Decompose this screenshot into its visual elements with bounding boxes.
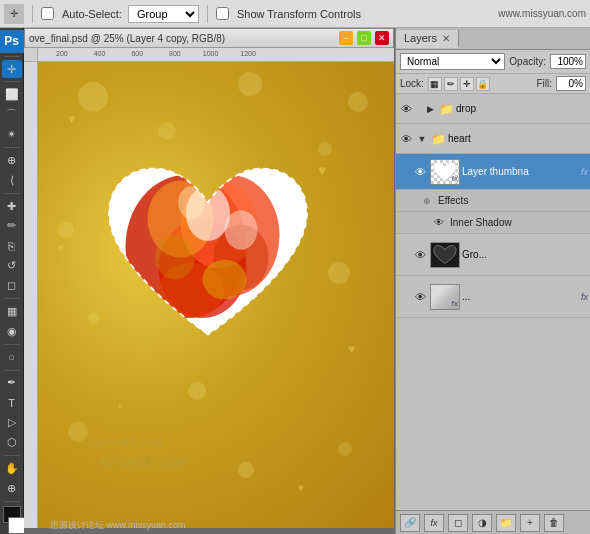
layer-name-gro: Gro... <box>462 249 588 260</box>
zoom-tool[interactable]: ⊕ <box>2 479 22 498</box>
canvas-area: ove_final.psd @ 25% (Layer 4 copy, RGB/8… <box>24 28 395 534</box>
svg-point-9 <box>178 186 204 219</box>
path-tool[interactable]: ▷ <box>2 413 22 432</box>
layers-tab[interactable]: Layers ✕ <box>396 30 459 48</box>
ruler-corner <box>24 48 38 62</box>
hand-tool[interactable]: ✋ <box>2 459 22 478</box>
top-toolbar: ✛ Auto-Select: Group Show Transform Cont… <box>0 0 590 28</box>
layer-item-drop[interactable]: 👁 ▶ 📁 drop <box>396 94 590 124</box>
text-tool[interactable]: T <box>2 393 22 412</box>
bokeh-heart: ♥ <box>318 162 326 178</box>
tool-sep-8 <box>4 455 20 456</box>
main-area: Ps ✛ ⬜ ⌒ ✴ ⊕ ⟨ ✚ ✏ ⎘ ↺ ◻ ▦ ◉ ○ ✒ T ▷ ⬡ ✋… <box>0 28 590 534</box>
group-btn[interactable]: 📁 <box>496 514 516 532</box>
layer-name-drop: drop <box>456 103 588 114</box>
auto-select-label: Auto-Select: <box>62 8 122 20</box>
auto-select-checkbox[interactable] <box>41 7 54 20</box>
history-tool[interactable]: ↺ <box>2 256 22 275</box>
layer-item-hand[interactable]: 👁 fx ... fx <box>396 276 590 318</box>
brush-tool[interactable]: ✏ <box>2 217 22 236</box>
tool-sep-6 <box>4 344 20 345</box>
eye-icon-hand[interactable]: 👁 <box>412 289 428 305</box>
bokeh-heart: ♥ <box>298 482 304 493</box>
mask-btn[interactable]: ◻ <box>448 514 468 532</box>
layers-tab-close[interactable]: ✕ <box>442 33 450 44</box>
layers-panel: Layers ✕ Normal Opacity: Lock: ▦ ✏ ✛ 🔒 F… <box>395 28 590 534</box>
heal-tool[interactable]: ✚ <box>2 197 22 216</box>
group-dropdown[interactable]: Group <box>128 5 199 23</box>
eyedrop-tool[interactable]: ⟨ <box>2 171 22 190</box>
lock-all-btn[interactable]: 🔒 <box>476 77 490 91</box>
fx-btn[interactable]: fx <box>424 514 444 532</box>
bokeh-dot <box>238 72 262 96</box>
shape-tool[interactable]: ⬡ <box>2 433 22 452</box>
watermark-top: www.missyuan.com <box>498 8 586 19</box>
magic-wand-tool[interactable]: ✴ <box>2 125 22 144</box>
eye-icon-thumb[interactable]: 👁 <box>412 164 428 180</box>
layer-name-thumbnail: Layer thumbna <box>462 166 579 177</box>
delete-layer-btn[interactable]: 🗑 <box>544 514 564 532</box>
watermark-canvas-2: ALFOART.COM <box>88 438 163 448</box>
lock-image-btn[interactable]: ✏ <box>444 77 458 91</box>
watermark-canvas: ALFOART.COM <box>98 456 187 468</box>
expand-drop[interactable]: ▶ <box>424 103 436 115</box>
eraser-tool[interactable]: ◻ <box>2 276 22 295</box>
eye-icon-gro[interactable]: 👁 <box>412 247 428 263</box>
bokeh-dot <box>348 92 368 112</box>
tool-sep-5 <box>4 298 20 299</box>
svg-point-11 <box>155 236 195 280</box>
layer-item-gro[interactable]: 👁 Gro... <box>396 234 590 276</box>
adjustment-btn[interactable]: ◑ <box>472 514 492 532</box>
folder-icon-heart: 📁 <box>430 131 446 147</box>
ruler-horizontal: 200 400 600 800 1000 1200 <box>38 48 394 62</box>
bokeh-dot <box>188 382 206 400</box>
blend-mode-select[interactable]: Normal <box>400 53 505 70</box>
lasso-tool[interactable]: ⌒ <box>2 105 22 124</box>
effects-icon: ⊕ <box>420 194 434 208</box>
gradient-tool[interactable]: ▦ <box>2 302 22 321</box>
dodge-tool[interactable]: ○ <box>2 348 22 367</box>
marquee-tool[interactable]: ⬜ <box>2 85 22 104</box>
bokeh-heart: ♥ <box>118 402 123 411</box>
blur-tool[interactable]: ◉ <box>2 322 22 341</box>
svg-point-10 <box>203 260 247 300</box>
expand-heart[interactable]: ▼ <box>416 133 428 145</box>
crop-tool[interactable]: ⊕ <box>2 151 22 170</box>
opacity-input[interactable] <box>550 54 586 69</box>
layer-item-heart[interactable]: 👁 ▼ 📁 heart <box>396 124 590 154</box>
bokeh-dot <box>338 442 352 456</box>
move-tool-icon[interactable]: ✛ <box>4 4 24 24</box>
ruler-tick: 800 <box>169 50 181 61</box>
layer-item-thumbnail[interactable]: 👁 fx Layer thumbna fx <box>396 154 590 190</box>
bokeh-heart: ♥ <box>58 242 64 253</box>
doc-title: ove_final.psd @ 25% (Layer 4 copy, RGB/8… <box>29 33 335 44</box>
heart-canvas <box>98 142 318 362</box>
lock-transparent-btn[interactable]: ▦ <box>428 77 442 91</box>
minimize-button[interactable]: − <box>339 31 353 45</box>
ruler-tick: 1200 <box>240 50 256 61</box>
eye-icon-drop[interactable]: 👁 <box>398 101 414 117</box>
thumb-fx-badge: fx <box>452 174 458 183</box>
fill-input[interactable] <box>556 76 586 91</box>
transform-checkbox[interactable] <box>216 7 229 20</box>
move-tool[interactable]: ✛ <box>2 60 22 79</box>
doc-titlebar: ove_final.psd @ 25% (Layer 4 copy, RGB/8… <box>24 28 394 48</box>
bokeh-dot <box>58 222 74 238</box>
layer-list: 👁 ▶ 📁 drop 👁 ▼ 📁 heart 👁 <box>396 94 590 510</box>
restore-button[interactable]: □ <box>357 31 371 45</box>
new-layer-btn[interactable]: + <box>520 514 540 532</box>
layer-name-hand: ... <box>462 291 579 302</box>
tool-sep-3 <box>4 147 20 148</box>
folder-icon-drop: 📁 <box>438 101 454 117</box>
close-button[interactable]: ✕ <box>375 31 389 45</box>
eye-icon-inner-shadow[interactable]: 👁 <box>432 216 446 230</box>
tool-sep-9 <box>4 501 20 502</box>
thumb-gro-svg <box>431 243 459 267</box>
ruler-vertical <box>24 62 38 528</box>
pen-tool[interactable]: ✒ <box>2 373 22 392</box>
link-layers-btn[interactable]: 🔗 <box>400 514 420 532</box>
clone-tool[interactable]: ⎘ <box>2 236 22 255</box>
eye-icon-heart[interactable]: 👁 <box>398 131 414 147</box>
lock-position-btn[interactable]: ✛ <box>460 77 474 91</box>
inner-shadow-item: 👁 Inner Shadow <box>396 212 590 234</box>
